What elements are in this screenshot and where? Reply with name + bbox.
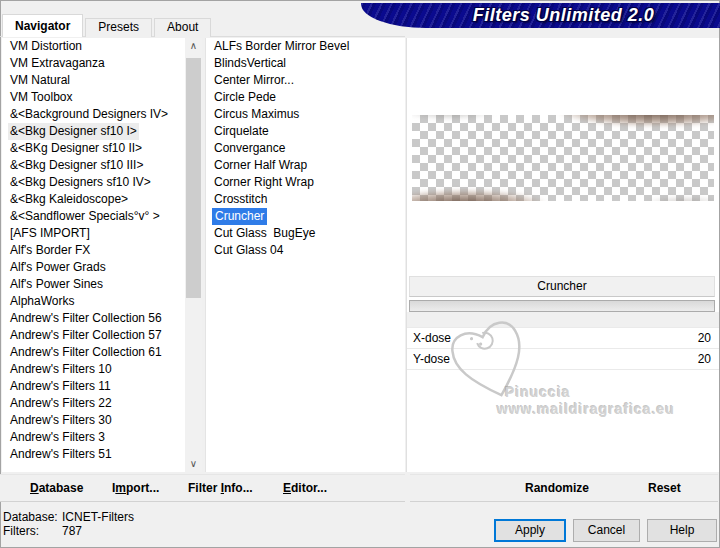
navigator-list-item[interactable]: Alf's Border FX <box>2 242 185 259</box>
database-button[interactable]: Database <box>30 475 83 501</box>
import-button[interactable]: Import... <box>112 475 159 501</box>
navigator-list-item[interactable]: VM Extravaganza <box>2 55 185 72</box>
navigator-list-item[interactable]: Andrew's Filters 22 <box>2 395 185 412</box>
watermark-site: www.maildiragrafica.eu <box>497 401 675 417</box>
filter-list-item[interactable]: BlindsVertical <box>206 55 405 72</box>
title-banner: Filters Unlimited 2.0 <box>361 3 720 28</box>
preview-artifact <box>412 115 515 121</box>
navigator-list-item[interactable]: &<Bkg Designers sf10 IV> <box>2 174 185 191</box>
filter-list-item[interactable]: ALFs Border Mirror Bevel <box>206 38 405 55</box>
filter-list-item[interactable]: Center Mirror... <box>206 72 405 89</box>
filter-list-item[interactable]: Corner Right Wrap <box>206 174 405 191</box>
editor-button[interactable]: Editor... <box>283 475 327 501</box>
filter-list-item[interactable]: Crosstitch <box>206 191 405 208</box>
toolbar-right: Randomize Reset <box>410 474 718 502</box>
preview-artifact <box>629 195 714 201</box>
filters-count-label: Filters: <box>3 524 39 538</box>
filter-list-item[interactable]: Cut Glass 04 <box>206 242 405 259</box>
scroll-up-icon[interactable]: ∧ <box>185 38 202 54</box>
parameter-name: X-dose <box>413 328 451 348</box>
navigator-list-item[interactable]: VM Distortion <box>2 38 185 55</box>
filter-list-item[interactable]: Cruncher <box>206 208 405 225</box>
navigator-list-item[interactable]: &<Background Designers IV> <box>2 106 185 123</box>
parameter-value[interactable]: 20 <box>698 349 711 369</box>
apply-button[interactable]: Apply <box>494 519 566 542</box>
filter-name-header: Cruncher <box>409 276 715 297</box>
navigator-list-item[interactable]: &<Bkg Designer sf10 I> <box>2 123 185 140</box>
navigator-scrollbar[interactable]: ∧ ∨ <box>185 38 202 472</box>
filter-list-item[interactable]: Corner Half Wrap <box>206 157 405 174</box>
filter-list-item[interactable]: Cirquelate <box>206 123 405 140</box>
navigator-list-item[interactable]: &<Bkg Designer sf10 III> <box>2 157 185 174</box>
navigator-list-item[interactable]: Andrew's Filter Collection 57 <box>2 327 185 344</box>
parameter-value[interactable]: 20 <box>698 328 711 348</box>
scrollbar-thumb[interactable] <box>186 58 201 298</box>
watermark-name: Pinuccia <box>505 384 571 400</box>
filter-list: ALFs Border Mirror Bevel BlindsVertical … <box>205 38 405 472</box>
navigator-list-item[interactable]: Andrew's Filter Collection 61 <box>2 344 185 361</box>
parameter-name: Y-dose <box>413 349 450 369</box>
navigator-list-item[interactable]: &<Sandflower Specials°v° > <box>2 208 185 225</box>
parameter-rows: X-dose 20 Y-dose 20 <box>407 327 719 370</box>
filters-count-value: 787 <box>62 524 82 538</box>
tab-presets[interactable]: Presets <box>85 18 152 37</box>
preview-image <box>412 115 714 201</box>
navigator-list-item[interactable]: [AFS IMPORT] <box>2 225 185 242</box>
navigator-list-item[interactable]: &<BKg Designer sf10 II> <box>2 140 185 157</box>
navigator-list-item[interactable]: Andrew's Filters 51 <box>2 446 185 463</box>
filter-list-item[interactable]: Circus Maximus <box>206 106 405 123</box>
navigator-list-item[interactable]: Andrew's Filter Collection 56 <box>2 310 185 327</box>
tab-navigator[interactable]: Navigator <box>2 14 83 37</box>
tab-strip: Navigator Presets About <box>2 14 213 37</box>
navigator-list-item[interactable]: Alf's Power Sines <box>2 276 185 293</box>
panel-strip <box>407 312 719 327</box>
randomize-button[interactable]: Randomize <box>525 475 589 501</box>
cancel-button[interactable]: Cancel <box>573 519 640 542</box>
navigator-list: VM Distortion VM Extravaganza VM Natural… <box>2 38 185 472</box>
preview-artifact <box>412 188 590 201</box>
navigator-list-item[interactable]: VM Toolbox <box>2 89 185 106</box>
navigator-list-item[interactable]: Andrew's Filters 10 <box>2 361 185 378</box>
navigator-list-item[interactable]: AlphaWorks <box>2 293 185 310</box>
filters-unlimited-dialog: Filters Unlimited 2.0 Navigator Presets … <box>0 0 720 548</box>
parameter-slider-row[interactable]: X-dose 20 <box>407 327 719 348</box>
tab-about[interactable]: About <box>154 18 211 37</box>
preview-artifact <box>509 115 714 128</box>
filter-list-item[interactable]: Convergance <box>206 140 405 157</box>
help-button[interactable]: Help <box>647 519 717 542</box>
filter-list-item[interactable]: Cut Glass BugEye <box>206 225 405 242</box>
navigator-list-item[interactable]: &<Bkg Kaleidoscope> <box>2 191 185 208</box>
toolbar-left: Database Import... Filter Info... Editor… <box>0 474 405 502</box>
navigator-list-item[interactable]: Andrew's Filters 3 <box>2 429 185 446</box>
preview-panel: Cruncher X-dose 20 Y-dose 20 <box>406 38 719 472</box>
database-status-label: Database: <box>3 510 58 524</box>
parameter-slider-row[interactable]: Y-dose 20 <box>407 348 719 370</box>
database-status-value: ICNET-Filters <box>62 510 134 524</box>
filter-info-button[interactable]: Filter Info... <box>188 475 253 501</box>
filter-list-item[interactable]: Circle Pede <box>206 89 405 106</box>
reset-button[interactable]: Reset <box>648 475 681 501</box>
app-title: Filters Unlimited 2.0 <box>473 5 655 26</box>
navigator-list-item[interactable]: Andrew's Filters 11 <box>2 378 185 395</box>
progress-bar <box>409 300 715 312</box>
scroll-down-icon[interactable]: ∨ <box>185 456 202 472</box>
navigator-list-item[interactable]: Alf's Power Grads <box>2 259 185 276</box>
navigator-list-item[interactable]: Andrew's Filters 30 <box>2 412 185 429</box>
navigator-list-item[interactable]: VM Natural <box>2 72 185 89</box>
